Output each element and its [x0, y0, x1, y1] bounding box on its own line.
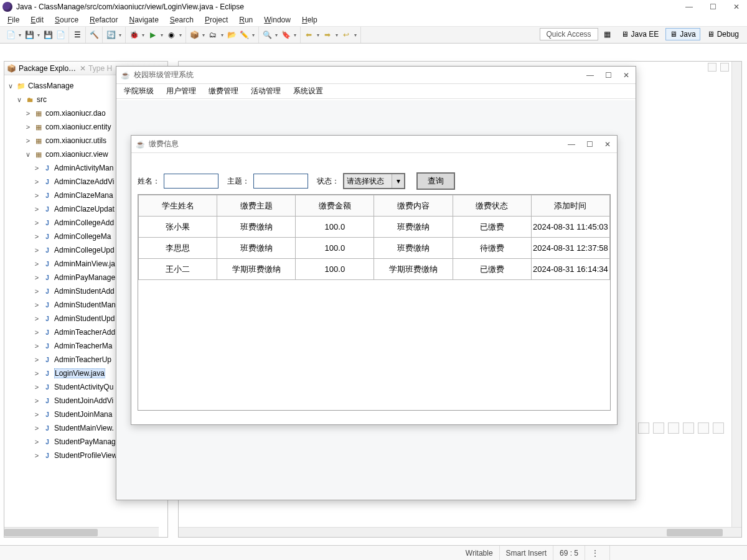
tree-toggle-icon[interactable]: > [33, 383, 40, 391]
app-menu-item[interactable]: 活动管理 [246, 85, 286, 98]
debug-button[interactable]: 🐞 [128, 29, 139, 40]
new-class-button[interactable]: 🗂 [207, 29, 218, 40]
menu-window[interactable]: Window [260, 16, 294, 24]
tree-item-label[interactable]: AdminStudentMan [54, 301, 116, 309]
outline-toolbar-btn-4[interactable] [683, 422, 694, 434]
refresh-button[interactable]: 🔄 [105, 29, 116, 40]
app-minimize-button[interactable]: — [586, 71, 594, 80]
payment-maximize-button[interactable]: ☐ [586, 140, 593, 149]
app-menu-item[interactable]: 系统设置 [288, 85, 328, 98]
app-menu-item[interactable]: 用户管理 [161, 85, 201, 98]
back-nav-button[interactable]: ⬅ [303, 29, 314, 40]
tree-item-label[interactable]: AdminTeacherUp [54, 355, 111, 364]
annotation-button[interactable]: 🔖 [280, 29, 291, 40]
tree-item-label[interactable]: AdminStudentAdd [54, 287, 115, 296]
tree-item-label[interactable]: AdminCollegeUpd [54, 246, 115, 254]
payment-minimize-button[interactable]: — [568, 140, 575, 149]
tree-toggle-icon[interactable]: > [33, 452, 40, 459]
tree-item-label[interactable]: StudentJoinAddVi [54, 396, 113, 405]
menu-refactor[interactable]: Refactor [86, 16, 121, 24]
menu-file[interactable]: File [4, 16, 23, 24]
tree-toggle-icon[interactable]: > [24, 123, 32, 131]
wand-button[interactable]: ✏️ [238, 29, 250, 40]
table-row[interactable]: 王小二学期班费缴纳100.0学期班费缴纳已缴费2024-08-31 16:14:… [139, 259, 610, 280]
horizontal-scrollbar[interactable] [4, 527, 159, 537]
tree-item-label[interactable]: com.xiaoniucr.view [45, 150, 108, 159]
query-button[interactable]: 查询 [416, 172, 455, 190]
run-button[interactable]: ▶ [147, 29, 158, 40]
dropdown-arrow-icon[interactable]: ▾ [316, 29, 321, 40]
tree-item-label[interactable]: AdminMainView.ja [54, 259, 115, 268]
tree-toggle-icon[interactable]: ∨ [16, 96, 23, 104]
tree-item-label[interactable]: AdminActivityMan [54, 164, 113, 172]
dropdown-arrow-icon[interactable]: ▾ [353, 29, 358, 40]
tree-item-label[interactable]: AdminClazeMana [54, 191, 113, 200]
dropdown-arrow-icon[interactable]: ▾ [201, 29, 206, 40]
tree-toggle-icon[interactable]: > [33, 205, 40, 213]
dropdown-arrow-icon[interactable]: ▾ [251, 29, 256, 40]
outline-toolbar-btn-2[interactable] [653, 422, 664, 434]
tree-item-label[interactable]: src [37, 95, 47, 104]
tree-item-label[interactable]: AdminStudentUpd [54, 314, 115, 323]
tree-toggle-icon[interactable]: ∨ [7, 82, 14, 90]
vertical-scrollbar[interactable] [731, 62, 741, 527]
tree-toggle-icon[interactable]: > [33, 397, 40, 404]
dropdown-arrow-icon[interactable]: ▾ [118, 29, 123, 40]
tree-toggle-icon[interactable]: > [33, 192, 40, 199]
tree-toggle-icon[interactable]: > [33, 438, 40, 446]
open-type-button[interactable]: 📄 [55, 29, 66, 40]
dropdown-arrow-icon[interactable]: ▾ [159, 29, 164, 40]
dropdown-arrow-icon[interactable]: ▾ [293, 29, 298, 40]
tree-item-label[interactable]: AdminTeacherAdd [54, 328, 115, 337]
outline-toolbar-btn-5[interactable] [698, 422, 709, 434]
tree-toggle-icon[interactable]: > [33, 424, 40, 432]
tree-toggle-icon[interactable]: > [33, 370, 40, 377]
tree-toggle-icon[interactable]: > [33, 329, 40, 336]
package-explorer-tab[interactable]: 📦 Package Explo… ✕ [7, 64, 86, 73]
tree-item-label[interactable]: StudentJoinMana [54, 410, 112, 419]
tree-item-label[interactable]: com.xiaoniucr.entity [45, 123, 111, 131]
tree-toggle-icon[interactable]: > [33, 315, 40, 322]
tree-item-label[interactable]: StudentMainView. [54, 424, 114, 432]
tree-toggle-icon[interactable]: > [33, 356, 40, 363]
open-perspective-button[interactable]: ▦ [602, 29, 613, 40]
type-hierarchy-tab[interactable]: Type H [88, 64, 112, 73]
tree-toggle-icon[interactable]: > [33, 246, 40, 254]
search-button[interactable]: 🔍 [261, 29, 273, 40]
eclipse-minimize-button[interactable]: — [685, 2, 693, 11]
tree-toggle-icon[interactable]: > [33, 260, 40, 268]
tree-toggle-icon[interactable]: > [33, 411, 40, 418]
new-folder-button[interactable]: 📂 [226, 29, 237, 40]
tree-item-label[interactable]: AdminPayManage [54, 273, 115, 282]
outline-toolbar-btn-3[interactable] [668, 422, 679, 434]
topic-input[interactable] [253, 174, 308, 189]
dropdown-arrow-icon[interactable]: ▾ [334, 29, 339, 40]
app-close-button[interactable]: ✕ [623, 71, 629, 80]
dropdown-arrow-icon[interactable]: ▾ [36, 29, 41, 40]
app-menu-item[interactable]: 缴费管理 [204, 85, 243, 98]
tree-toggle-icon[interactable]: > [33, 219, 40, 226]
tree-item-label[interactable]: AdminClazeAddVi [54, 177, 115, 186]
table-row[interactable]: 张小果班费缴纳100.0班费缴纳已缴费2024-08-31 11:45:03 [139, 217, 610, 238]
tree-item-label[interactable]: AdminCollegeAdd [54, 218, 114, 227]
outline-toolbar-btn-1[interactable] [638, 422, 649, 434]
payment-close-button[interactable]: ✕ [604, 140, 611, 149]
dropdown-arrow-icon[interactable]: ▾ [274, 29, 279, 40]
close-icon[interactable]: ✕ [80, 64, 86, 73]
forward-nav-button[interactable]: ➡ [322, 29, 333, 40]
tree-toggle-icon[interactable]: > [33, 287, 40, 295]
menu-help[interactable]: Help [298, 16, 321, 24]
minimize-view-button[interactable] [708, 63, 716, 72]
tree-item-label[interactable]: ClassManage [28, 82, 73, 90]
tree-toggle-icon[interactable]: > [33, 274, 40, 281]
tree-item-label[interactable]: AdminTeacherMa [54, 342, 112, 350]
tree-item-label[interactable]: com.xiaoniucr.utils [45, 136, 106, 145]
tree-item-label[interactable]: AdminClazeUpdat [54, 205, 115, 213]
menu-search[interactable]: Search [166, 16, 197, 24]
tree-toggle-icon[interactable]: > [24, 110, 32, 117]
menu-navigate[interactable]: Navigate [125, 16, 162, 24]
eclipse-maximize-button[interactable]: ☐ [708, 2, 717, 11]
app-menu-item[interactable]: 学院班级 [119, 85, 159, 98]
toggle-breadcrumb-button[interactable]: ☰ [72, 29, 83, 40]
eclipse-close-button[interactable]: ✕ [732, 2, 741, 11]
